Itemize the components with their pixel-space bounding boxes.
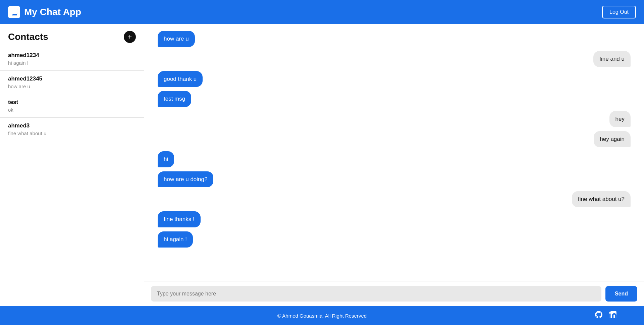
message-bubble: how are u (158, 31, 195, 47)
sidebar: Contacts + ahmed1234 hi again ! ahmed123… (0, 24, 144, 306)
header: My Chat App Log Out (0, 0, 644, 24)
svg-point-4 (609, 311, 610, 312)
message-bubble: hey again (594, 131, 631, 147)
message-row: hi (158, 151, 631, 167)
message-bubble: hey (609, 111, 631, 127)
message-input[interactable] (151, 286, 601, 302)
message-bubble: hi (158, 151, 174, 167)
app-title: My Chat App (24, 7, 81, 17)
message-bubble: fine what about u? (572, 191, 631, 207)
messages-container: how are ufine and ugood thank utest msgh… (144, 24, 644, 281)
message-row: how are u (158, 31, 631, 47)
contacts-title: Contacts (8, 32, 48, 42)
github-icon[interactable] (594, 310, 603, 321)
message-row: fine what about u? (158, 191, 631, 207)
chat-logo-icon (8, 6, 20, 18)
message-bubble: fine thanks ! (158, 211, 201, 227)
message-row: hey (158, 111, 631, 127)
contact-preview: how are u (8, 84, 136, 89)
main-layout: Contacts + ahmed1234 hi again ! ahmed123… (0, 24, 644, 306)
contact-preview: ok (8, 107, 136, 113)
contact-item[interactable]: test ok (0, 94, 144, 117)
footer-copyright: © Ahmed Gouasmia. All Right Reserved (277, 313, 367, 319)
message-row: test msg (158, 91, 631, 107)
add-contact-button[interactable]: + (124, 31, 136, 43)
contact-name: ahmed3 (8, 122, 136, 129)
message-row: fine and u (158, 51, 631, 67)
send-button[interactable]: Send (605, 286, 637, 302)
contact-preview: fine what about u (8, 130, 136, 136)
message-row: hi again ! (158, 231, 631, 248)
linkedin-icon[interactable] (608, 310, 617, 321)
message-bubble: how are u doing? (158, 171, 213, 187)
message-row: hey again (158, 131, 631, 147)
contact-name: ahmed12345 (8, 75, 136, 82)
footer-icons (594, 310, 617, 321)
contact-item[interactable]: ahmed1234 hi again ! (0, 47, 144, 70)
contact-name: test (8, 99, 136, 106)
message-row: good thank u (158, 71, 631, 87)
message-bubble: fine and u (593, 51, 631, 67)
svg-rect-3 (609, 314, 610, 318)
svg-rect-1 (11, 9, 17, 14)
contact-item[interactable]: ahmed12345 how are u (0, 70, 144, 94)
footer: © Ahmed Gouasmia. All Right Reserved (0, 306, 644, 325)
message-bubble: hi again ! (158, 231, 193, 248)
contacts-list: ahmed1234 hi again ! ahmed12345 how are … (0, 47, 144, 141)
message-row: fine thanks ! (158, 211, 631, 227)
contact-item[interactable]: ahmed3 fine what about u (0, 117, 144, 141)
message-bubble: test msg (158, 91, 191, 107)
logout-button[interactable]: Log Out (602, 6, 636, 18)
message-bubble: good thank u (158, 71, 203, 87)
header-left: My Chat App (8, 6, 81, 18)
message-input-area: Send (144, 281, 644, 306)
contacts-header: Contacts + (0, 24, 144, 47)
message-row: how are u doing? (158, 171, 631, 187)
chat-area: how are ufine and ugood thank utest msgh… (144, 24, 644, 306)
contact-preview: hi again ! (8, 60, 136, 66)
contact-name: ahmed1234 (8, 52, 136, 59)
